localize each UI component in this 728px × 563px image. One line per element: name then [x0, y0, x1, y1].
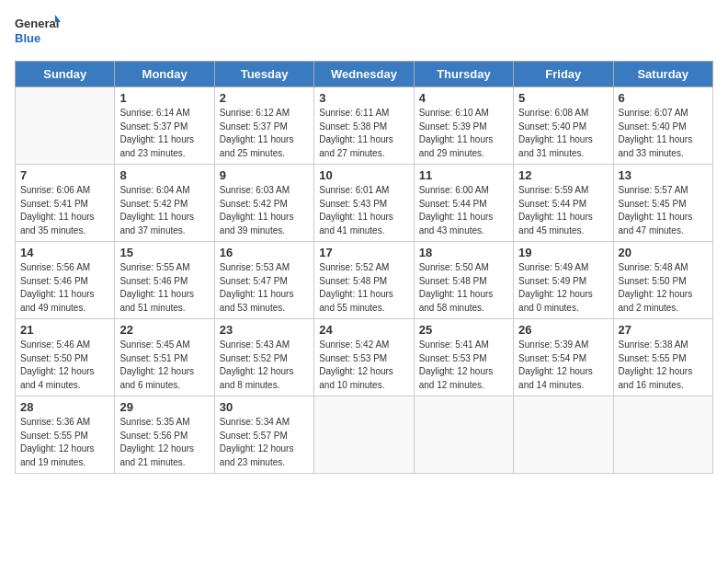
day-info: Sunrise: 5:36 AM Sunset: 5:55 PM Dayligh…: [20, 416, 109, 469]
day-info: Sunrise: 5:41 AM Sunset: 5:53 PM Dayligh…: [419, 339, 508, 392]
day-info: Sunrise: 5:38 AM Sunset: 5:55 PM Dayligh…: [619, 339, 708, 392]
day-info: Sunrise: 5:56 AM Sunset: 5:46 PM Dayligh…: [20, 261, 109, 315]
day-number: 9: [220, 168, 309, 182]
day-info: Sunrise: 5:55 AM Sunset: 5:46 PM Dayligh…: [119, 261, 209, 315]
day-number: 16: [220, 246, 309, 259]
weekday-thursday: Thursday: [414, 62, 513, 87]
calendar-cell: 29Sunrise: 5:35 AM Sunset: 5:56 PM Dayli…: [115, 396, 214, 474]
weekday-wednesday: Wednesday: [314, 62, 414, 87]
calendar-cell: 6Sunrise: 6:07 AM Sunset: 5:40 PM Daylig…: [613, 87, 712, 165]
calendar-cell: 13Sunrise: 5:57 AM Sunset: 5:45 PM Dayli…: [613, 165, 712, 242]
calendar-cell: 8Sunrise: 6:04 AM Sunset: 5:42 PM Daylig…: [115, 165, 214, 242]
day-info: Sunrise: 5:49 AM Sunset: 5:49 PM Dayligh…: [518, 261, 608, 315]
weekday-saturday: Saturday: [613, 62, 712, 87]
header: General Blue: [15, 15, 713, 50]
svg-text:Blue: Blue: [15, 31, 40, 45]
day-info: Sunrise: 5:46 AM Sunset: 5:50 PM Dayligh…: [20, 339, 109, 392]
calendar-cell: 11Sunrise: 6:00 AM Sunset: 5:44 PM Dayli…: [414, 165, 513, 242]
day-number: 2: [220, 91, 309, 105]
calendar-cell: 26Sunrise: 5:39 AM Sunset: 5:54 PM Dayli…: [514, 319, 613, 396]
calendar-cell: 5Sunrise: 6:08 AM Sunset: 5:40 PM Daylig…: [514, 87, 613, 165]
calendar-table: SundayMondayTuesdayWednesdayThursdayFrid…: [15, 61, 713, 474]
calendar-cell: 10Sunrise: 6:01 AM Sunset: 5:43 PM Dayli…: [314, 165, 414, 242]
day-info: Sunrise: 6:00 AM Sunset: 5:44 PM Dayligh…: [419, 184, 508, 237]
day-number: 1: [119, 91, 209, 105]
weekday-header-row: SundayMondayTuesdayWednesdayThursdayFrid…: [16, 62, 713, 87]
day-number: 13: [619, 168, 708, 182]
day-number: 12: [518, 168, 608, 182]
day-number: 28: [20, 400, 109, 414]
day-number: 25: [419, 323, 508, 337]
calendar-cell: [414, 396, 513, 474]
calendar-cell: [514, 396, 613, 474]
week-row-0: 1Sunrise: 6:14 AM Sunset: 5:37 PM Daylig…: [16, 87, 713, 165]
day-number: 17: [319, 246, 408, 259]
logo: General Blue: [15, 15, 61, 50]
calendar-cell: 16Sunrise: 5:53 AM Sunset: 5:47 PM Dayli…: [214, 242, 313, 319]
day-info: Sunrise: 6:08 AM Sunset: 5:40 PM Dayligh…: [518, 107, 608, 160]
day-info: Sunrise: 5:57 AM Sunset: 5:45 PM Dayligh…: [619, 184, 708, 237]
day-info: Sunrise: 6:03 AM Sunset: 5:42 PM Dayligh…: [220, 184, 309, 237]
day-number: 6: [619, 91, 708, 105]
calendar-cell: [613, 396, 712, 474]
weekday-sunday: Sunday: [16, 62, 115, 87]
calendar-cell: 24Sunrise: 5:42 AM Sunset: 5:53 PM Dayli…: [314, 319, 414, 396]
day-number: 7: [20, 168, 109, 182]
day-number: 15: [119, 246, 209, 259]
calendar-cell: 23Sunrise: 5:43 AM Sunset: 5:52 PM Dayli…: [214, 319, 313, 396]
day-info: Sunrise: 6:11 AM Sunset: 5:38 PM Dayligh…: [319, 107, 408, 160]
day-info: Sunrise: 5:48 AM Sunset: 5:50 PM Dayligh…: [619, 261, 708, 315]
weekday-friday: Friday: [514, 62, 613, 87]
day-info: Sunrise: 6:07 AM Sunset: 5:40 PM Dayligh…: [619, 107, 708, 160]
logo-svg: General Blue: [15, 15, 61, 50]
day-number: 29: [119, 400, 209, 414]
calendar-cell: 15Sunrise: 5:55 AM Sunset: 5:46 PM Dayli…: [115, 242, 214, 319]
day-number: 10: [319, 168, 408, 182]
calendar-cell: 17Sunrise: 5:52 AM Sunset: 5:48 PM Dayli…: [314, 242, 414, 319]
day-info: Sunrise: 5:39 AM Sunset: 5:54 PM Dayligh…: [518, 339, 608, 392]
day-number: 3: [319, 91, 408, 105]
day-number: 21: [20, 323, 109, 337]
day-info: Sunrise: 5:42 AM Sunset: 5:53 PM Dayligh…: [319, 339, 408, 392]
day-info: Sunrise: 5:43 AM Sunset: 5:52 PM Dayligh…: [220, 339, 309, 392]
day-number: 8: [119, 168, 209, 182]
calendar-cell: 4Sunrise: 6:10 AM Sunset: 5:39 PM Daylig…: [414, 87, 513, 165]
day-number: 27: [619, 323, 708, 337]
calendar-cell: 22Sunrise: 5:45 AM Sunset: 5:51 PM Dayli…: [115, 319, 214, 396]
day-info: Sunrise: 6:06 AM Sunset: 5:41 PM Dayligh…: [20, 184, 109, 237]
day-number: 19: [518, 246, 608, 259]
calendar-cell: 30Sunrise: 5:34 AM Sunset: 5:57 PM Dayli…: [214, 396, 313, 474]
calendar-cell: 21Sunrise: 5:46 AM Sunset: 5:50 PM Dayli…: [16, 319, 115, 396]
calendar-cell: 19Sunrise: 5:49 AM Sunset: 5:49 PM Dayli…: [514, 242, 613, 319]
day-number: 20: [619, 246, 708, 259]
day-info: Sunrise: 5:52 AM Sunset: 5:48 PM Dayligh…: [319, 261, 408, 315]
week-row-4: 28Sunrise: 5:36 AM Sunset: 5:55 PM Dayli…: [16, 396, 713, 474]
day-info: Sunrise: 5:34 AM Sunset: 5:57 PM Dayligh…: [220, 416, 309, 469]
calendar-cell: 1Sunrise: 6:14 AM Sunset: 5:37 PM Daylig…: [115, 87, 214, 165]
day-number: 30: [220, 400, 309, 414]
calendar-cell: [16, 87, 115, 165]
day-number: 24: [319, 323, 408, 337]
day-info: Sunrise: 5:45 AM Sunset: 5:51 PM Dayligh…: [119, 339, 209, 392]
calendar-body: 1Sunrise: 6:14 AM Sunset: 5:37 PM Daylig…: [16, 87, 713, 474]
day-info: Sunrise: 5:50 AM Sunset: 5:48 PM Dayligh…: [419, 261, 508, 315]
day-number: 26: [518, 323, 608, 337]
calendar-cell: 14Sunrise: 5:56 AM Sunset: 5:46 PM Dayli…: [16, 242, 115, 319]
day-info: Sunrise: 5:53 AM Sunset: 5:47 PM Dayligh…: [220, 261, 309, 315]
day-number: 14: [20, 246, 109, 259]
day-info: Sunrise: 5:59 AM Sunset: 5:44 PM Dayligh…: [518, 184, 608, 237]
weekday-monday: Monday: [115, 62, 214, 87]
day-info: Sunrise: 6:12 AM Sunset: 5:37 PM Dayligh…: [220, 107, 309, 160]
calendar-cell: 2Sunrise: 6:12 AM Sunset: 5:37 PM Daylig…: [214, 87, 313, 165]
day-info: Sunrise: 5:35 AM Sunset: 5:56 PM Dayligh…: [119, 416, 209, 469]
calendar-cell: [314, 396, 414, 474]
calendar-cell: 28Sunrise: 5:36 AM Sunset: 5:55 PM Dayli…: [16, 396, 115, 474]
day-number: 5: [518, 91, 608, 105]
week-row-1: 7Sunrise: 6:06 AM Sunset: 5:41 PM Daylig…: [16, 165, 713, 242]
calendar-cell: 12Sunrise: 5:59 AM Sunset: 5:44 PM Dayli…: [514, 165, 613, 242]
week-row-3: 21Sunrise: 5:46 AM Sunset: 5:50 PM Dayli…: [16, 319, 713, 396]
calendar-cell: 27Sunrise: 5:38 AM Sunset: 5:55 PM Dayli…: [613, 319, 712, 396]
day-info: Sunrise: 6:01 AM Sunset: 5:43 PM Dayligh…: [319, 184, 408, 237]
calendar-cell: 20Sunrise: 5:48 AM Sunset: 5:50 PM Dayli…: [613, 242, 712, 319]
day-number: 11: [419, 168, 508, 182]
